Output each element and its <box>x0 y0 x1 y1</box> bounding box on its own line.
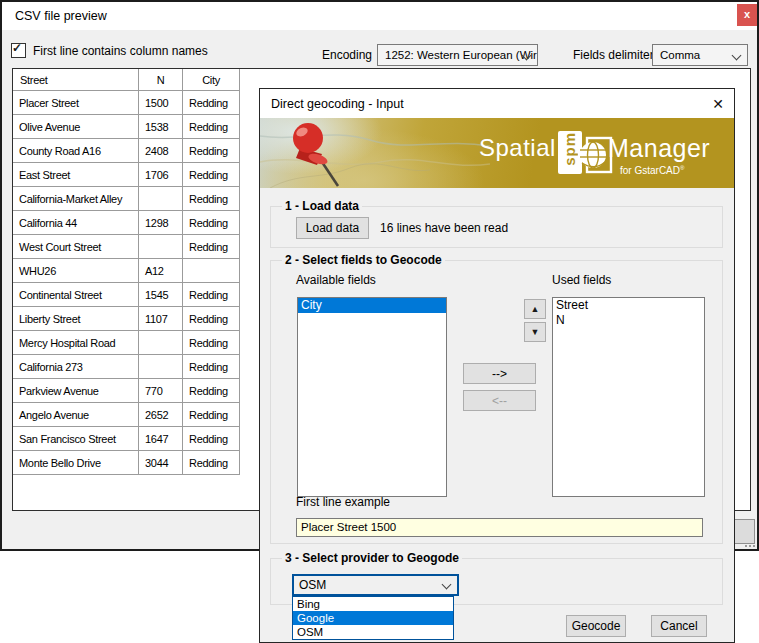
table-cell <box>139 355 183 379</box>
table-cell: 1545 <box>139 283 183 307</box>
table-cell: Placer Street <box>13 91 139 115</box>
table-cell <box>139 331 183 355</box>
table-cell: San Francisco Street <box>13 427 139 451</box>
load-data-button[interactable]: Load data <box>296 217 369 239</box>
cancel-button[interactable]: Cancel <box>651 615 707 637</box>
checkmark-icon: ✓ <box>12 41 22 55</box>
table-cell: Olive Avenue <box>13 115 139 139</box>
table-cell <box>139 235 183 259</box>
delimiter-value: Comma <box>660 49 700 61</box>
table-row: WHU26A12 <box>13 259 240 283</box>
first-line-example-field[interactable]: Placer Street 1500 <box>296 518 703 537</box>
first-line-checkbox[interactable]: ✓ <box>11 43 26 58</box>
table-cell: 3044 <box>139 451 183 475</box>
select-fields-group-label: 2 - Select fields to Geocode <box>282 253 445 267</box>
first-line-example-label: First line example <box>296 495 390 509</box>
table-row: Continental Street1545Redding <box>13 283 240 307</box>
csv-close-button[interactable]: x <box>737 4 757 26</box>
table-row: Liberty Street1107Redding <box>13 307 240 331</box>
table-row: County Road A162408Redding <box>13 139 240 163</box>
table-row: East Street1706Redding <box>13 163 240 187</box>
table-cell: Redding <box>183 91 240 115</box>
dropdown-option[interactable]: Google <box>293 611 453 625</box>
table-cell: West Court Street <box>13 235 139 259</box>
table-cell: California 273 <box>13 355 139 379</box>
table-cell: East Street <box>13 163 139 187</box>
dropdown-option[interactable]: OSM <box>293 625 453 639</box>
table-cell: California 44 <box>13 211 139 235</box>
table-cell: Redding <box>183 283 240 307</box>
load-data-group-label: 1 - Load data <box>282 199 362 213</box>
provider-select[interactable]: OSM <box>292 574 459 596</box>
table-row: West Court StreetRedding <box>13 235 240 259</box>
column-header: City <box>183 69 240 91</box>
table-cell: Redding <box>183 307 240 331</box>
delimiter-select[interactable]: Comma <box>652 44 748 66</box>
table-cell: 2408 <box>139 139 183 163</box>
screen: CSV file preview x ✓ First line contains… <box>0 0 759 643</box>
csv-table: StreetNCity Placer Street1500ReddingOliv… <box>13 69 240 475</box>
csv-titlebar: CSV file preview x <box>2 2 757 30</box>
table-cell: Redding <box>183 163 240 187</box>
table-row: California-Market AlleyRedding <box>13 187 240 211</box>
brand-spatial-text: Spatial <box>479 134 556 162</box>
brand-manager-text: Manager <box>608 134 710 163</box>
move-left-button[interactable]: <-- <box>463 390 536 411</box>
column-header: Street <box>13 69 139 91</box>
table-cell: 1647 <box>139 427 183 451</box>
csv-window-title: CSV file preview <box>15 2 107 30</box>
table-cell: Redding <box>183 403 240 427</box>
provider-dropdown-list[interactable]: BingGoogleOSM <box>292 596 454 640</box>
list-item[interactable]: City <box>298 298 446 313</box>
csv-table-header-row: StreetNCity <box>13 69 240 91</box>
table-cell: Parkview Avenue <box>13 379 139 403</box>
geocode-button[interactable]: Geocode <box>566 615 626 637</box>
move-up-button[interactable]: ▲ <box>524 299 546 319</box>
available-fields-list[interactable]: City <box>297 297 447 497</box>
table-cell: California-Market Alley <box>13 187 139 211</box>
first-line-checkbox-label[interactable]: First line contains column names <box>33 42 208 60</box>
table-cell: Monte Bello Drive <box>13 451 139 475</box>
list-item[interactable]: N <box>553 313 704 328</box>
table-row: Angelo Avenue2652Redding <box>13 403 240 427</box>
table-cell: Redding <box>183 211 240 235</box>
table-row: Olive Avenue1538Redding <box>13 115 240 139</box>
dropdown-option[interactable]: Bing <box>293 597 453 611</box>
table-cell: Redding <box>183 187 240 211</box>
table-cell: Redding <box>183 451 240 475</box>
used-fields-list[interactable]: StreetN <box>552 297 705 497</box>
table-cell: Redding <box>183 115 240 139</box>
table-cell: WHU26 <box>13 259 139 283</box>
table-cell: A12 <box>139 259 183 283</box>
table-row: Parkview Avenue770Redding <box>13 379 240 403</box>
dialog-close-icon[interactable]: ✕ <box>712 96 724 112</box>
table-row: California 441298Redding <box>13 211 240 235</box>
table-cell: Angelo Avenue <box>13 403 139 427</box>
provider-selected-value: OSM <box>299 578 326 592</box>
available-fields-label: Available fields <box>296 272 376 288</box>
table-row: Monte Bello Drive3044Redding <box>13 451 240 475</box>
table-cell: County Road A16 <box>13 139 139 163</box>
pushpin-icon <box>272 120 362 188</box>
table-cell: Liberty Street <box>13 307 139 331</box>
encoding-value: 1252: Western European (Wir <box>385 49 537 61</box>
select-provider-group-label: 3 - Select provider to Geogode <box>282 551 462 565</box>
used-fields-label: Used fields <box>552 272 611 288</box>
table-cell: Redding <box>183 235 240 259</box>
list-item[interactable]: Street <box>553 298 704 313</box>
arrow-up-icon: ▲ <box>531 304 540 314</box>
chevron-down-icon <box>442 580 452 590</box>
encoding-select[interactable]: 1252: Western European (Wir <box>377 44 538 66</box>
table-cell: 770 <box>139 379 183 403</box>
brand-banner: Spatial spm Manager for GstarCAD® <box>260 118 734 188</box>
table-row: Placer Street1500Redding <box>13 91 240 115</box>
table-row: California 273Redding <box>13 355 240 379</box>
dialog-title: Direct geocoding - Input <box>271 89 404 119</box>
move-right-button[interactable]: --> <box>463 363 536 384</box>
geocoding-dialog: Direct geocoding - Input ✕ Spatial spm <box>259 88 735 643</box>
table-cell: Redding <box>183 331 240 355</box>
table-row: San Francisco Street1647Redding <box>13 427 240 451</box>
table-cell: Mercy Hospital Road <box>13 331 139 355</box>
move-down-button[interactable]: ▼ <box>524 322 546 342</box>
dialog-titlebar: Direct geocoding - Input ✕ <box>260 89 734 119</box>
